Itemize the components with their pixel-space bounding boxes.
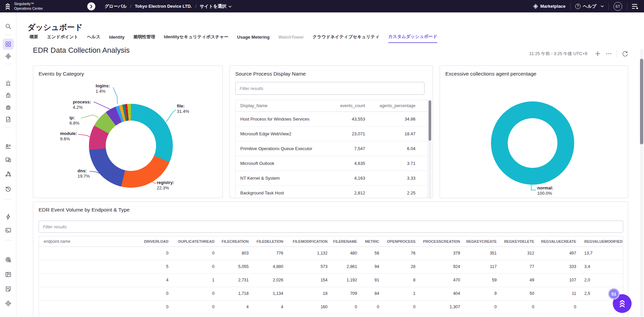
table-cell: 709 — [332, 287, 361, 300]
tab-identity[interactable]: Identity — [109, 35, 125, 42]
card-excessive-collections: Excessive collections agent percentage n… — [440, 65, 628, 198]
breadcrumb-account[interactable]: Tokyo Electron Device LTD. — [135, 4, 192, 9]
more-options-button[interactable] — [605, 51, 612, 57]
table-cell: 4 — [123, 273, 172, 287]
sidebar-item-settings[interactable] — [3, 298, 14, 309]
column-header[interactable]: agents_percentage — [366, 100, 417, 111]
column-header[interactable]: REGVALUEMODIFIED — [580, 236, 623, 246]
time-range[interactable]: 11:25 午前 - 3:25 午後 UTC+9 — [529, 51, 587, 57]
table-cell: 5,055 — [218, 260, 253, 273]
edr-volume-table: endpoint.nameDRIVERLOADDUPLICATETHREADFI… — [39, 236, 623, 317]
source-process-table: Display_Nameevents_countagents_percentag… — [235, 100, 428, 198]
table-cell: 3.33 — [366, 171, 417, 185]
table-cell: 404 — [419, 287, 464, 300]
column-header[interactable]: OPENPROCESS — [383, 236, 419, 246]
ellipsis-icon — [605, 51, 612, 57]
table-row: 505,0554,8805732,8619428924117773333,4 — [39, 260, 623, 273]
table-cell: 3 — [464, 314, 501, 317]
breadcrumb-scope[interactable]: グローバル — [105, 3, 127, 9]
column-header[interactable]: events_count — [330, 100, 366, 111]
tab-identity-posture[interactable]: Identityセキュリティポスチャー — [164, 34, 228, 43]
column-header[interactable]: REGKEYDELETE — [501, 236, 538, 246]
sidebar-item-activity-history[interactable] — [3, 183, 14, 194]
sidebar-item-threats[interactable] — [3, 90, 14, 101]
column-header[interactable]: endpoint.name — [39, 236, 123, 246]
sidebar-item-vulnerabilities[interactable] — [3, 102, 14, 113]
column-header[interactable]: PROCESSCREATION — [419, 236, 464, 246]
breadcrumb-site-select[interactable]: サイトを選択 — [200, 3, 231, 9]
tab-cloud-native-security[interactable]: クラウドネイティブセキュリティ — [312, 34, 380, 43]
table-cell: 351 — [464, 246, 501, 260]
table-cell: 4 — [218, 300, 253, 314]
tab-health[interactable]: ヘルス — [87, 34, 100, 43]
sidebar-item-automation[interactable] — [3, 211, 14, 222]
table-cell — [39, 260, 123, 273]
brand[interactable]: Singularity™ Operations Center — [4, 2, 43, 10]
sidebar-item-identity[interactable] — [3, 141, 14, 152]
tab-watchtower[interactable]: WatchTower — [278, 35, 304, 42]
refresh-button[interactable] — [622, 51, 628, 57]
sentinelone-logo-icon — [4, 3, 11, 10]
edr-volume-filter-input[interactable] — [39, 221, 623, 233]
card-title: Events by Category — [39, 71, 84, 77]
help-widget-badge[interactable]: 51 — [608, 288, 620, 300]
card-events-by-category: Events by Category logins:1.4% process:4… — [33, 65, 223, 198]
column-header[interactable]: FILEDELETION — [253, 236, 287, 246]
user-avatar[interactable]: ST — [613, 2, 622, 11]
divider — [627, 3, 627, 10]
help-menu[interactable]: ? ヘルプ — [575, 3, 604, 9]
column-header[interactable]: DRIVERLOAD — [123, 236, 172, 246]
settings-gear-icon — [5, 300, 11, 307]
network-graph-icon — [5, 171, 11, 177]
column-header[interactable]: REGVALUECREATE — [538, 236, 580, 246]
activity-log-icon[interactable] — [632, 4, 639, 9]
table-cell: 1,132 — [287, 246, 332, 260]
column-header[interactable]: METRIC — [361, 236, 383, 246]
page-scrollbar-thumb[interactable] — [640, 59, 643, 144]
table-cell: 160 — [287, 300, 332, 314]
table-cell: 117 — [464, 260, 501, 273]
sidebar-item-dashboards[interactable] — [3, 39, 14, 50]
tab-overview[interactable]: 概要 — [30, 34, 38, 43]
sidebar-item-devices[interactable] — [3, 154, 14, 165]
tab-endpoints[interactable]: エンドポイント — [47, 34, 78, 43]
tab-vulnerability[interactable]: 脆弱性管理 — [133, 34, 155, 43]
callout-module: module:9.6% — [60, 131, 77, 142]
automation-lightning-icon — [5, 214, 11, 220]
table-cell: 1,307 — [419, 300, 464, 314]
search-icon — [5, 23, 11, 30]
column-header[interactable]: FILECREATION — [218, 236, 253, 246]
marketplace-button[interactable]: Marketplace — [533, 4, 565, 9]
table-scrollbar-thumb[interactable] — [429, 100, 431, 141]
source-process-filter-input[interactable] — [235, 82, 425, 95]
table-cell: NT Kernel & System — [236, 171, 330, 185]
add-widget-button[interactable] — [595, 51, 601, 57]
card-edr-event-volume: EDR Event Volume by Endpoint & Type endp… — [33, 201, 628, 317]
events-by-category-donut-chart[interactable] — [89, 104, 173, 188]
sidebar-item-search[interactable] — [3, 21, 14, 32]
sidebar-item-threat-radar[interactable] — [3, 254, 14, 265]
sidebar-item-policy[interactable] — [3, 114, 14, 125]
sidebar-item-notes[interactable] — [3, 283, 14, 295]
sidebar-item-singularity-graph[interactable] — [3, 51, 14, 62]
table-cell: 50 — [501, 287, 538, 300]
table-row: 008037761,132480567637935131249713,7 — [39, 246, 623, 260]
sidebar-item-network[interactable] — [3, 169, 14, 180]
table-cell: 18.47 — [366, 126, 417, 141]
column-header[interactable]: Display_Name — [236, 100, 330, 111]
sidebar-item-remote-console[interactable] — [3, 225, 14, 236]
table-cell: 9 — [464, 287, 501, 300]
sidebar-item-alerts[interactable] — [3, 78, 14, 89]
tab-custom-dashboard[interactable]: カスタムダッシュボード — [388, 34, 437, 43]
callout-file: file:31.4% — [177, 103, 189, 115]
breadcrumb-expand-button[interactable]: ❯ — [87, 2, 95, 10]
column-header[interactable]: FILERENAME — [332, 236, 361, 246]
column-header[interactable]: DUPLICATETHREAD — [172, 236, 218, 246]
excessive-collections-donut-chart[interactable] — [491, 101, 574, 185]
table-cell — [39, 246, 123, 260]
column-header[interactable]: REGKEYCREATE — [464, 236, 501, 246]
sidebar-item-inventory[interactable] — [3, 269, 14, 280]
tab-usage-metering[interactable]: Usage Metering — [237, 35, 270, 42]
column-header[interactable]: FILEMODIFICATION — [287, 236, 332, 246]
table-cell: 0 — [383, 314, 419, 317]
